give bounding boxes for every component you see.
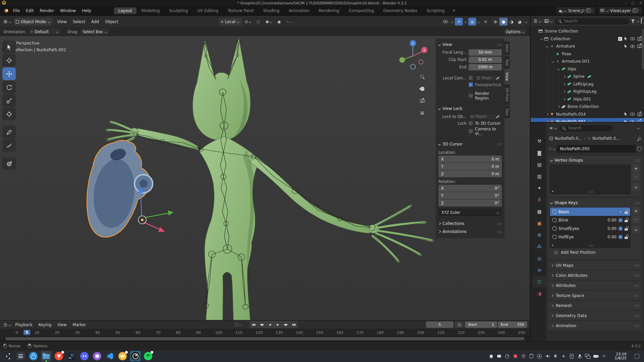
- properties-search-input[interactable]: Search: [559, 125, 613, 131]
- menu-help[interactable]: Help: [79, 6, 94, 15]
- workspace-tab-texture-paint[interactable]: Texture Paint: [223, 7, 258, 14]
- close-button[interactable]: ×: [639, 1, 642, 5]
- shading-wireframe-button[interactable]: ⊕: [491, 18, 499, 25]
- list-expand-icon[interactable]: [552, 190, 554, 192]
- panel-grip[interactable]: [634, 274, 639, 277]
- tray-microphone-icon[interactable]: [577, 354, 582, 359]
- add-shape-key-button[interactable]: +: [632, 207, 640, 215]
- taskbar-app-software-store[interactable]: [28, 351, 39, 361]
- panel-color-attributes[interactable]: Color Attributes: [548, 271, 642, 280]
- play-button[interactable]: ▶: [274, 321, 282, 328]
- show-gizmo-toggle[interactable]: [441, 18, 449, 25]
- outliner-editor-selector[interactable]: ☰: [533, 17, 542, 25]
- view-layer-selector[interactable]: ViewLayer ×: [598, 7, 642, 14]
- list-expand-icon[interactable]: [552, 244, 554, 246]
- workspace-tab-sculpting[interactable]: Sculpting: [165, 7, 192, 14]
- character-model[interactable]: [106, 38, 434, 320]
- outliner-row-armature[interactable]: ✶Armature: [531, 43, 644, 50]
- xray-toggle[interactable]: ⧄: [482, 18, 490, 25]
- selected-object[interactable]: [87, 140, 153, 237]
- panel-attributes[interactable]: Attributes: [548, 281, 642, 290]
- eye-toggle[interactable]: [630, 112, 635, 116]
- current-frame-field[interactable]: 5: [426, 321, 453, 328]
- properties-tab-object[interactable]: ▣: [533, 218, 546, 229]
- shading-material-button[interactable]: ◑: [507, 18, 516, 25]
- rotation-mode-dropdown[interactable]: XYZ Euler: [438, 209, 502, 216]
- clip-end-field[interactable]: 1000 m: [469, 64, 502, 70]
- scrollbar-thumb[interactable]: [5, 337, 525, 340]
- data-name-field[interactable]: NurbsPath.055: [557, 145, 636, 153]
- properties-tab-world[interactable]: ♁: [533, 194, 546, 205]
- expander-icon[interactable]: [562, 75, 567, 77]
- tool-add-cube-button[interactable]: [2, 157, 16, 170]
- shape-key-enable-checkbox[interactable]: [619, 227, 623, 231]
- 3d-cursor-panel-header[interactable]: 3D Cursor: [436, 140, 504, 148]
- tray-screen-layout-icon[interactable]: [585, 354, 590, 359]
- sidebar-tab-tool[interactable]: Tool: [504, 56, 510, 69]
- annotations-panel-header[interactable]: Annotations: [436, 228, 504, 236]
- pivot-point-selector[interactable]: ⊙: [244, 18, 252, 25]
- menu-edit[interactable]: Edit: [23, 6, 37, 15]
- cursor-location-z[interactable]: Z0 m: [438, 170, 502, 177]
- local-camera-checkbox[interactable]: [469, 76, 473, 80]
- shading-rendered-button[interactable]: ◕: [516, 18, 524, 25]
- play-reverse-button[interactable]: ◀: [266, 321, 274, 328]
- tray-discord-tray-icon[interactable]: [496, 354, 502, 359]
- list-resize-grip[interactable]: [589, 244, 594, 247]
- outliner-display-mode[interactable]: [544, 17, 553, 25]
- add-rest-position-checkbox[interactable]: [554, 250, 558, 255]
- panel-texture-space[interactable]: Texture Space: [548, 291, 642, 300]
- tray-tray-expand-icon[interactable]: [601, 354, 606, 359]
- lock-to-cursor-checkbox[interactable]: [469, 121, 473, 125]
- list-resize-grip[interactable]: [589, 190, 594, 193]
- cursor-location-y[interactable]: Y0 m: [438, 163, 502, 170]
- shape-key-halfeye[interactable]: HalfEye0.00: [550, 233, 630, 241]
- outliner-row-pose[interactable]: ♟Pose: [531, 50, 644, 58]
- tool-scale-button[interactable]: [2, 94, 16, 107]
- view-panel-header[interactable]: View: [436, 41, 504, 49]
- panel-grip[interactable]: [497, 143, 502, 145]
- tray-disk-usage-icon[interactable]: [569, 354, 574, 359]
- shape-key-blink[interactable]: Blink0.00: [550, 216, 630, 224]
- tray-brightness-icon[interactable]: ☀: [561, 354, 566, 359]
- pin-icon[interactable]: [582, 9, 585, 12]
- tray-obs-tray-icon[interactable]: [504, 354, 510, 359]
- timeline-menu-playback[interactable]: Playback: [12, 320, 35, 329]
- taskbar-app-brave-browser[interactable]: [54, 351, 64, 361]
- pan-hand-icon[interactable]: [418, 85, 426, 93]
- frame-ruler[interactable]: 5 01020304050607080901001101201301401501…: [0, 329, 530, 336]
- properties-tab-view-layer[interactable]: ▥: [533, 171, 546, 182]
- camera-toggle[interactable]: [637, 113, 642, 116]
- panel-grip[interactable]: [634, 314, 639, 317]
- timeline-menu-view[interactable]: View: [54, 320, 69, 329]
- cursor-rotation-z[interactable]: Z0°: [438, 199, 502, 206]
- proportional-editing-toggle[interactable]: ◉: [275, 18, 283, 25]
- drag-dropdown[interactable]: Select Box: [80, 28, 109, 35]
- clip-start-field[interactable]: 0.01 m: [469, 57, 502, 63]
- snap-toggle[interactable]: Ω: [254, 18, 262, 25]
- shading-dropdown[interactable]: [525, 20, 528, 23]
- panel-grip[interactable]: [635, 159, 640, 162]
- outliner-row-nurbspath-001[interactable]: ▼NurbsPath.001▽: [531, 118, 644, 122]
- breadcrumb-object[interactable]: NurbsPath.0...: [555, 136, 582, 141]
- outliner-row-collection[interactable]: Collection: [531, 35, 644, 43]
- breadcrumb-data[interactable]: NurbsPath.0...: [592, 136, 620, 141]
- taskbar-app-discord[interactable]: [79, 351, 90, 361]
- taskbar-app-vscode[interactable]: [105, 351, 115, 361]
- orientation-dropdown[interactable]: ⌖ Default: [29, 28, 61, 35]
- tool-rotate-button[interactable]: [2, 81, 16, 94]
- tool-move-button[interactable]: [2, 67, 16, 80]
- properties-editor-selector[interactable]: ≡: [549, 124, 557, 132]
- taskbar-app-spotify[interactable]: [143, 351, 153, 361]
- properties-tab-modifiers[interactable]: ⚙: [533, 229, 546, 240]
- new-view-layer-icon[interactable]: [633, 9, 636, 12]
- viewport-menu-view[interactable]: View: [54, 16, 70, 27]
- expander-icon[interactable]: [556, 106, 561, 108]
- cursor-toggle[interactable]: [625, 112, 628, 116]
- expander-icon[interactable]: [562, 83, 567, 85]
- jump-to-start-button[interactable]: ▮◀: [250, 321, 258, 328]
- camera-view-icon[interactable]: [418, 97, 426, 105]
- panel-uv-maps[interactable]: UV Maps: [548, 261, 642, 270]
- viewport-menu-object[interactable]: Object: [102, 16, 121, 27]
- unlink-scene-icon[interactable]: ×: [591, 9, 593, 12]
